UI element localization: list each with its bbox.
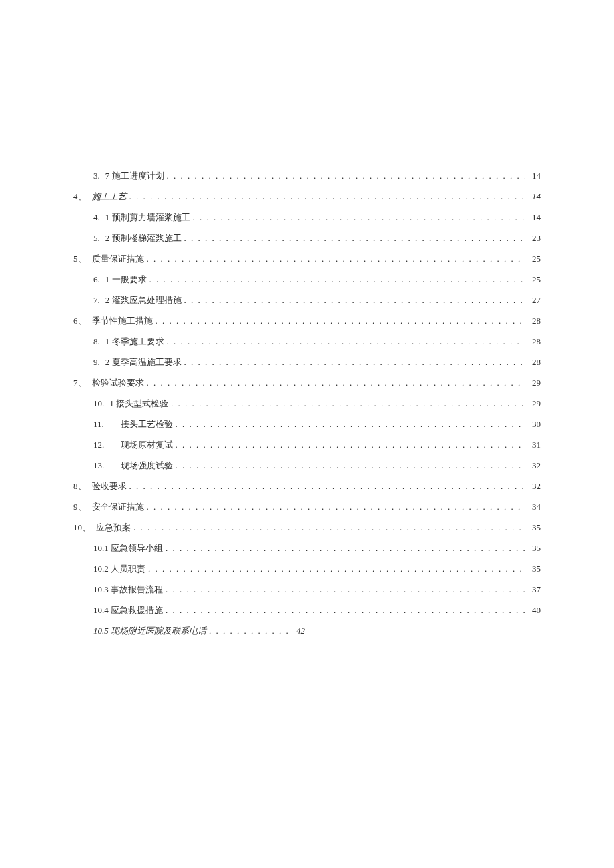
toc-entry: 10、应急预案35 [73,522,541,534]
toc-leader-dots [133,522,525,533]
table-of-contents: 3.7 施工进度计划144、施工工艺144.1 预制剪力墙灌浆施工145.2 预… [73,170,541,637]
toc-entry: 10.2 人员职责35 [73,563,541,575]
toc-leader-dots [166,605,525,616]
toc-entry-label: 施工工艺 [92,191,127,203]
toc-leader-dots [147,254,525,264]
toc-entry: 8.1 冬季施工要求28 [73,336,541,348]
toc-entry-label: 1 一般要求 [105,274,147,286]
toc-leader-dots [167,336,525,347]
toc-entry-number: 10、 [73,522,91,534]
toc-entry-page: 14 [527,171,541,181]
toc-entry-label: 10.3 事故报告流程 [93,584,163,596]
toc-entry-number: 12. [93,440,111,450]
toc-leader-dots [148,564,525,574]
toc-entry-number: 5. [93,233,100,244]
toc-entry-page: 28 [527,336,541,347]
toc-entry-number: 13. [93,460,111,471]
toc-entry-label: 质量保证措施 [92,253,144,265]
toc-leader-dots [147,378,525,388]
toc-entry: 3.7 施工进度计划14 [73,170,541,182]
toc-leader-dots [176,460,525,471]
toc-entry-label: 1 冬季施工要求 [105,336,164,348]
toc-entry-label: 10.4 应急救援措施 [93,604,163,616]
toc-entry-label: 验收要求 [92,480,127,492]
toc-entry-page: 35 [527,564,541,574]
toc-leader-dots [166,584,525,595]
toc-entry-page: 28 [527,316,541,326]
toc-entry-number: 9、 [73,501,87,513]
toc-entry: 4、施工工艺14 [73,191,541,203]
toc-entry-number: 6. [93,274,100,285]
toc-entry-page: 14 [527,191,541,202]
toc-entry-page: 29 [527,398,541,409]
toc-entry: 4.1 预制剪力墙灌浆施工14 [73,211,541,224]
toc-entry-number: 6、 [73,315,87,327]
toc-entry: 6、季节性施工措施28 [73,315,541,327]
toc-leader-dots [176,419,525,430]
toc-entry-number: 10. [93,398,104,409]
toc-leader-dots [184,357,525,368]
toc-entry: 12. 现场原材复试31 [73,439,541,451]
toc-entry-number: 4. [93,212,100,223]
toc-leader-dots [129,481,525,492]
toc-entry-label: 安全保证措施 [92,501,144,513]
toc-entry: 5.2 预制楼梯灌浆施工23 [73,232,541,244]
toc-entry: 10.1 接头型式检验29 [73,398,541,410]
toc-entry-number: 8. [93,336,100,347]
toc-entry-label: 2 夏季高温施工要求 [105,356,182,368]
toc-entry-label: 10.5 现场附近医院及联系电话 [93,625,206,637]
toc-entry: 8、验收要求32 [73,480,541,492]
toc-leader-dots [129,191,525,202]
toc-entry: 10.4 应急救援措施40 [73,604,541,616]
toc-leader-dots [156,316,525,326]
toc-entry-label: 10.1 应急领导小组 [93,542,163,554]
toc-entry: 5、质量保证措施25 [73,253,541,265]
toc-entry-number: 11. [93,419,111,430]
toc-leader-dots [184,233,525,244]
toc-entry: 10.3 事故报告流程37 [73,584,541,596]
toc-leader-dots [147,502,525,512]
toc-entry-page: 35 [527,543,541,554]
toc-entry: 10.1 应急领导小组35 [73,542,541,554]
toc-entry-label: 应急预案 [96,522,131,534]
toc-entry: 11. 接头工艺检验30 [73,418,541,430]
toc-leader-dots [193,212,525,223]
toc-entry-label: 季节性施工措施 [92,315,153,327]
toc-entry-page: 32 [527,460,541,471]
toc-entry-page: 14 [527,212,541,223]
toc-leader-dots [209,626,289,636]
toc-entry: 13. 现场强度试验32 [73,460,541,472]
toc-entry-number: 7. [93,295,100,306]
toc-entry-label: 2 灌浆应急处理措施 [105,294,182,306]
toc-leader-dots [176,440,525,450]
toc-entry-page: 25 [527,254,541,264]
toc-entry-page: 42 [292,626,305,636]
toc-entry-number: 8、 [73,480,87,492]
toc-entry-number: 4、 [73,191,87,203]
toc-entry-number: 9. [93,357,100,368]
toc-entry-page: 30 [527,419,541,430]
toc-leader-dots [149,274,525,285]
toc-entry-label: 2 预制楼梯灌浆施工 [105,232,182,244]
toc-entry-label: 现场原材复试 [121,439,173,451]
toc-entry-page: 25 [527,274,541,285]
toc-leader-dots [171,398,525,409]
toc-entry-label: 接头工艺检验 [121,418,173,430]
toc-entry: 7、检验试验要求29 [73,377,541,389]
toc-leader-dots [166,543,525,554]
toc-entry-number: 5、 [73,253,87,265]
toc-entry-page: 34 [527,502,541,512]
toc-entry-label: 现场强度试验 [121,460,173,472]
toc-entry: 10.5 现场附近医院及联系电话42 [73,625,541,637]
toc-entry-label: 1 预制剪力墙灌浆施工 [105,211,190,224]
toc-entry-page: 29 [527,378,541,388]
toc-entry-number: 7、 [73,377,87,389]
toc-entry-page: 23 [527,233,541,244]
toc-entry-label: 1 接头型式检验 [109,398,168,410]
toc-entry-page: 32 [527,481,541,492]
toc-entry-page: 28 [527,357,541,368]
toc-entry: 6.1 一般要求25 [73,274,541,286]
toc-entry-page: 35 [527,522,541,533]
toc-entry: 7.2 灌浆应急处理措施27 [73,294,541,306]
toc-entry-label: 10.2 人员职责 [93,563,145,575]
